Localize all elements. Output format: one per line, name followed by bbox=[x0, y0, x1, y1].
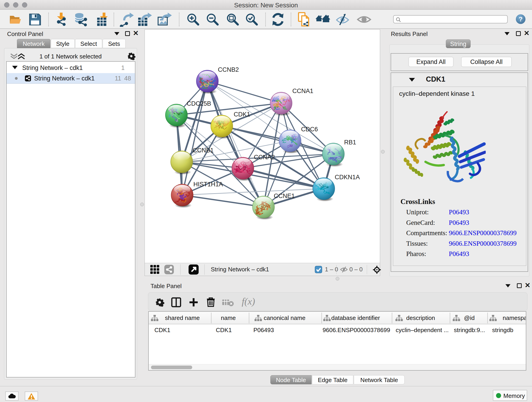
svg-text:CCNE1: CCNE1 bbox=[274, 192, 295, 199]
svg-text:CCNB1: CCNB1 bbox=[193, 147, 214, 154]
svg-text:CCNA1: CCNA1 bbox=[292, 88, 313, 95]
svg-text:CCNB2: CCNB2 bbox=[218, 66, 239, 73]
svg-text:CDKN1A: CDKN1A bbox=[335, 174, 360, 181]
svg-text:CDC6: CDC6 bbox=[301, 126, 318, 133]
svg-text:?: ? bbox=[519, 16, 523, 23]
svg-text:CDK1: CDK1 bbox=[234, 111, 250, 118]
svg-text:RB1: RB1 bbox=[344, 139, 356, 146]
svg-text:CCNA2: CCNA2 bbox=[254, 154, 275, 161]
svg-text:CDC25B: CDC25B bbox=[187, 100, 211, 107]
svg-text:HIST1H1A: HIST1H1A bbox=[193, 181, 223, 188]
